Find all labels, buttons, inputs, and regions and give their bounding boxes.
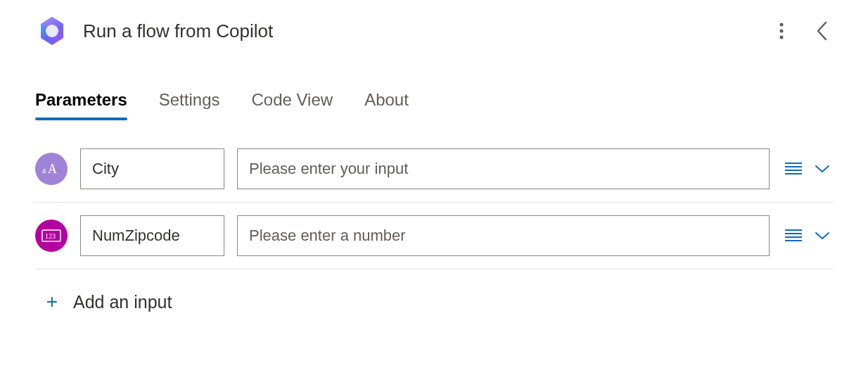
panel-header: Run a flow from Copilot — [0, 0, 868, 62]
panel-title: Run a flow from Copilot — [83, 20, 760, 42]
expand-options-button[interactable] — [812, 228, 833, 243]
tab-settings[interactable]: Settings — [159, 90, 220, 120]
number-type-icon: 123 — [42, 229, 61, 242]
list-icon — [785, 229, 802, 243]
add-input-button[interactable]: + Add an input — [35, 269, 833, 313]
tab-about[interactable]: About — [364, 90, 409, 120]
parameter-name-input[interactable] — [80, 148, 224, 189]
number-type-badge: 123 — [35, 220, 68, 252]
text-type-icon: a A — [42, 162, 60, 176]
more-options-button[interactable] — [774, 17, 789, 45]
parameter-value-input[interactable] — [237, 148, 770, 189]
chevron-down-icon — [815, 231, 830, 241]
svg-point-0 — [46, 25, 58, 37]
svg-text:a: a — [42, 165, 46, 175]
parameter-row: 123 — [35, 203, 833, 269]
collapse-panel-button[interactable] — [810, 15, 833, 46]
text-type-badge: a A — [35, 153, 68, 185]
tab-code-view[interactable]: Code View — [251, 90, 333, 120]
copilot-logo-icon — [35, 14, 69, 48]
svg-point-2 — [780, 30, 784, 33]
more-vertical-icon — [779, 23, 784, 39]
add-input-label: Add an input — [73, 292, 172, 312]
plus-icon: + — [44, 291, 60, 313]
row-actions — [782, 159, 833, 179]
svg-text:123: 123 — [45, 232, 56, 240]
tab-bar: Parameters Settings Code View About — [0, 62, 868, 120]
svg-point-3 — [780, 36, 784, 39]
row-actions — [782, 226, 833, 246]
tab-parameters[interactable]: Parameters — [35, 90, 127, 120]
parameter-name-input[interactable] — [80, 215, 224, 256]
parameter-row: a A — [35, 148, 833, 203]
list-icon — [785, 162, 802, 176]
header-actions — [774, 15, 833, 46]
parameter-value-input[interactable] — [237, 215, 770, 256]
svg-text:A: A — [48, 162, 57, 176]
list-options-button[interactable] — [782, 226, 805, 246]
svg-point-1 — [780, 23, 784, 27]
chevron-down-icon — [815, 164, 830, 174]
parameters-panel: a A 1 — [0, 120, 868, 313]
chevron-left-icon — [816, 21, 827, 41]
list-options-button[interactable] — [782, 159, 805, 179]
expand-options-button[interactable] — [812, 161, 833, 177]
